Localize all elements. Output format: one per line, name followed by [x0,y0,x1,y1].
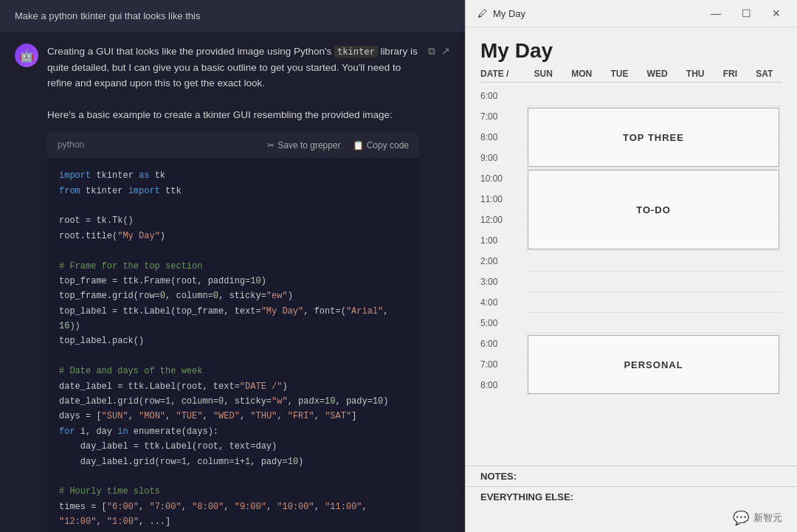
wechat-icon: 💬 [733,510,749,526]
chat-prompt: Make a python tkinter gui that looks lik… [0,0,465,32]
time-300: 3:00 [480,272,525,292]
time-1000: 10:00 [480,168,525,189]
day-mon: MON [571,69,592,79]
time-500: 5:00 [480,313,525,334]
column-headers: DATE / SUN MON TUE WED THU FRI SAT [480,69,782,83]
page-title: My Day [466,27,797,69]
time-700: 7:00 [480,106,525,127]
my-day-window: 🖊 My Day — ☐ ✕ My Day DATE / SUN MON TUE… [465,0,797,532]
date-column-label: DATE / [480,69,525,79]
notes-label: NOTES: [480,471,517,482]
time-grid: 6:00 7:00 8:00 9:00 10:00 11:00 12:00 1:… [480,86,782,395]
personal-box[interactable]: PERSONAL [528,335,779,394]
to-do-box[interactable]: TO-DO [528,170,779,249]
chat-panel: Make a python tkinter gui that looks lik… [0,0,465,532]
copy-icon: 📋 [353,140,364,151]
time-800b: 8:00 [480,375,525,395]
prompt-text: Make a python tkinter gui that looks lik… [15,10,200,21]
time-1200: 12:00 [480,210,525,230]
close-button[interactable]: ✕ [767,6,785,21]
day-wed: WED [647,69,668,79]
time-900: 9:00 [480,148,525,168]
save-to-grepper-button[interactable]: ✂ Save to grepper [267,140,340,151]
notes-section: NOTES: [466,466,797,486]
window-controls[interactable]: — ☐ ✕ [706,6,785,21]
day-sat: SAT [756,69,773,79]
tkinter-code: tkinter [334,46,378,58]
minimize-button[interactable]: — [706,6,725,21]
code-header: python ✂ Save to grepper 📋 Copy code [47,132,419,158]
cell-row9 [525,251,782,272]
cell-row10 [525,272,782,292]
message-intro: Creating a GUI that looks like the provi… [47,46,334,57]
cell-row1 [525,86,782,106]
time-600b: 6:00 [480,334,525,354]
day-fri: FRI [723,69,737,79]
time-200: 2:00 [480,251,525,272]
window-title: My Day [493,8,525,19]
cell-row11 [525,292,782,313]
code-body: import tkinter as tk from tkinter import… [47,158,419,532]
everything-label: EVERYTHING ELSE: [480,491,573,502]
avatar: 🤖 [15,44,38,67]
grepper-icon: ✂ [267,140,275,151]
tkinter-text: tkinter [337,46,375,57]
titlebar-left: 🖊 My Day [477,8,525,19]
watermark-text: 新智元 [753,511,782,525]
day-thu: THU [686,69,705,79]
message-actions: ⧉ ↗ [428,44,450,532]
time-700b: 7:00 [480,354,525,375]
ai-message: 🤖 Creating a GUI that looks like the pro… [0,32,465,532]
day-tue: TUE [610,69,628,79]
copy-message-button[interactable]: ⧉ [428,45,435,58]
time-1100: 11:00 [480,189,525,210]
everything-section: EVERYTHING ELSE: [466,486,797,507]
top-three-box[interactable]: TOP THREE [528,108,779,167]
calendar-grid: DATE / SUN MON TUE WED THU FRI SAT 6:00 … [466,69,797,466]
time-100: 1:00 [480,230,525,251]
cell-row12 [525,313,782,334]
message-text: Creating a GUI that looks like the provi… [47,44,419,532]
share-button[interactable]: ↗ [441,45,450,57]
time-800: 8:00 [480,127,525,148]
time-600: 6:00 [480,86,525,106]
code-actions: ✂ Save to grepper 📋 Copy code [267,140,409,151]
app-icon: 🖊 [477,8,487,19]
code-block: python ✂ Save to grepper 📋 Copy code [47,132,419,532]
watermark: 💬 新智元 [466,507,797,532]
window-titlebar: 🖊 My Day — ☐ ✕ [466,0,797,27]
day-sun: SUN [534,69,553,79]
maximize-button[interactable]: ☐ [737,6,756,21]
chat-messages-area: 🤖 Creating a GUI that looks like the pro… [0,32,465,532]
day-headers: SUN MON TUE WED THU FRI SAT [525,69,782,79]
time-400: 4:00 [480,292,525,313]
message2: Here's a basic example to create a tkint… [47,109,393,120]
code-lang: python [58,138,84,152]
copy-code-button[interactable]: 📋 Copy code [353,140,409,151]
